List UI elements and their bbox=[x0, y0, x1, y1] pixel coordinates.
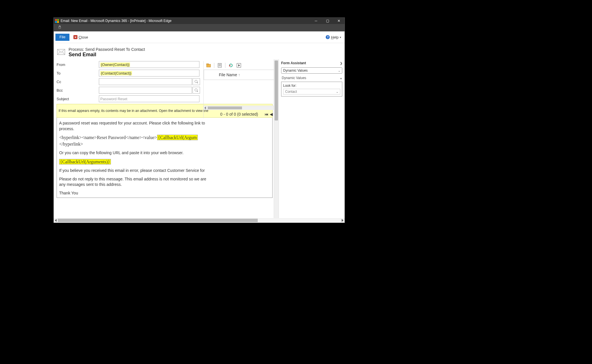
sort-asc-icon: ↑ bbox=[238, 73, 240, 77]
chevron-down-icon: ⌄ bbox=[336, 90, 338, 93]
close-x-icon: ✕ bbox=[73, 35, 77, 39]
window-hscroll[interactable] bbox=[54, 218, 345, 223]
attachments-column-header[interactable]: File Name ↑ bbox=[204, 70, 274, 80]
form-assistant-title: Form Assistant bbox=[281, 61, 306, 65]
attach-refresh-icon[interactable] bbox=[228, 63, 233, 68]
form-assistant-collapse-icon[interactable]: ❯ bbox=[340, 62, 342, 65]
svg-rect-5 bbox=[207, 64, 209, 65]
lookfor-select[interactable]: Contact ⌄ bbox=[283, 89, 340, 94]
close-button[interactable]: ✕ Close bbox=[73, 35, 88, 39]
scroll-right-icon[interactable] bbox=[342, 219, 343, 222]
email-body[interactable]: A password reset was requested for your … bbox=[57, 118, 273, 198]
subject-label: Subject bbox=[57, 97, 99, 101]
cc-label: Cc bbox=[57, 80, 99, 84]
dynamics-logo-icon bbox=[55, 19, 59, 23]
maximize-button[interactable]: ▢ bbox=[322, 18, 333, 24]
page-first-icon[interactable]: ⏮ bbox=[265, 112, 269, 116]
help-chevron-icon: ▾ bbox=[340, 36, 341, 39]
svg-rect-6 bbox=[218, 63, 221, 67]
email-icon bbox=[57, 49, 65, 56]
page-title: Send Email bbox=[69, 52, 145, 58]
page-header: Process: Send Password Reset To Contact … bbox=[54, 43, 345, 59]
command-bar: File ✕ Close ? Help ▾ bbox=[54, 31, 345, 43]
attachments-panel: File Name ↑ 0 - 0 of 0 (0 selected) ⏮ ◀ bbox=[203, 61, 274, 118]
lock-icon bbox=[58, 25, 62, 30]
scroll-left-icon[interactable] bbox=[55, 219, 57, 222]
window-close-button[interactable]: ✕ bbox=[333, 18, 345, 24]
from-label: From bbox=[57, 63, 99, 67]
to-label: To bbox=[57, 71, 99, 75]
callback-url-token-inline: {CallbackUrl(Argum bbox=[157, 135, 198, 140]
attach-play-icon[interactable] bbox=[236, 63, 241, 68]
to-field[interactable]: {Contact(Contact)} bbox=[99, 70, 199, 77]
callback-url-token: {CallbackUrl(Arguments)} bbox=[59, 159, 111, 164]
attachments-status: 0 - 0 of 0 (0 selected) bbox=[220, 112, 258, 116]
titlebar: Email: New Email - Microsoft Dynamics 36… bbox=[54, 18, 345, 24]
minimize-button[interactable]: ─ bbox=[310, 18, 322, 24]
close-label: Close bbox=[79, 35, 88, 39]
attach-open-icon[interactable] bbox=[206, 63, 211, 68]
subject-value: Password Reset bbox=[100, 97, 127, 101]
attachments-hscroll[interactable] bbox=[204, 106, 274, 110]
help-label: Help bbox=[331, 35, 339, 39]
page-prev-icon[interactable]: ◀ bbox=[270, 112, 273, 116]
help-icon: ? bbox=[326, 35, 330, 39]
from-token: {Owner(Contact)} bbox=[100, 63, 130, 67]
lookfor-label: Look for: bbox=[283, 84, 340, 88]
svg-point-3 bbox=[195, 89, 197, 91]
window-title: Email: New Email - Microsoft Dynamics 36… bbox=[61, 19, 171, 23]
assistant-section-label: Dynamic Values bbox=[282, 76, 306, 80]
assistant-mode-select[interactable]: Dynamic Values ⌄ bbox=[281, 67, 342, 74]
form-assistant-panel: Form Assistant ❯ Dynamic Values ⌄ Dynami… bbox=[279, 59, 345, 218]
attach-article-icon[interactable] bbox=[217, 63, 222, 68]
svg-rect-0 bbox=[59, 27, 61, 28]
content-vscroll[interactable] bbox=[274, 59, 279, 218]
section-collapse-icon[interactable]: ▴ bbox=[340, 77, 342, 80]
bcc-lookup-button[interactable] bbox=[193, 87, 200, 94]
from-field[interactable]: {Owner(Contact)} bbox=[99, 61, 199, 68]
attachments-list bbox=[204, 80, 274, 106]
file-menu-button[interactable]: File bbox=[55, 34, 69, 41]
to-token: {Contact(Contact)} bbox=[100, 71, 132, 75]
bcc-label: Bcc bbox=[57, 88, 99, 92]
process-label: Process: Send Password Reset To Contact bbox=[69, 47, 145, 52]
app-window: Email: New Email - Microsoft Dynamics 36… bbox=[54, 18, 345, 223]
security-bar bbox=[54, 24, 345, 31]
bcc-field[interactable] bbox=[99, 87, 192, 94]
cc-field[interactable] bbox=[99, 78, 192, 85]
subject-field[interactable]: Password Reset bbox=[99, 95, 199, 102]
cc-lookup-button[interactable] bbox=[193, 78, 200, 85]
help-button[interactable]: ? Help ▾ bbox=[326, 35, 341, 39]
svg-point-2 bbox=[195, 80, 197, 83]
chevron-down-icon: ⌄ bbox=[338, 69, 340, 72]
